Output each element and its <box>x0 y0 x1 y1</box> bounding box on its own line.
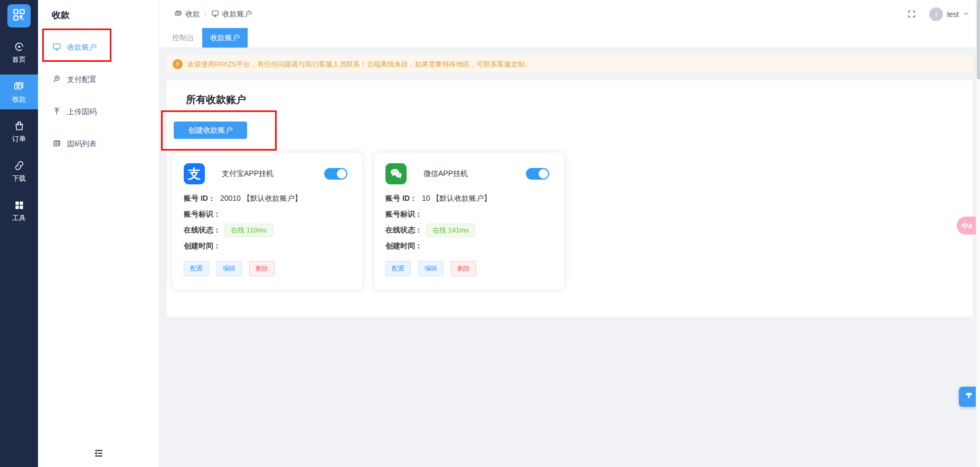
rail-item-label: 首页 <box>0 55 38 64</box>
secondary-sidebar: 收款 收款账户 支付配置 <box>38 0 159 467</box>
rail-item-label: 订单 <box>0 134 38 144</box>
rail-item-label: 收款 <box>0 95 38 104</box>
card-header: 支 支付宝APP挂机 <box>184 163 347 184</box>
config-button[interactable]: 配置 <box>385 261 411 276</box>
breadcrumb-item-receive-accounts[interactable]: 收款账户 <box>211 10 252 19</box>
edit-button[interactable]: 编辑 <box>216 261 242 276</box>
fullscreen-button[interactable] <box>907 10 916 18</box>
breadcrumb-item-receive[interactable]: 收款 <box>174 10 200 19</box>
menu-fold-icon <box>94 450 103 459</box>
primary-rail: 首页 收款 订单 <box>0 0 38 467</box>
rail-item-label: 下载 <box>0 174 38 183</box>
avatar: t <box>929 7 943 21</box>
sidebar-item-upload-code[interactable]: 上传固码 <box>38 101 159 123</box>
sidebar-item-code-list[interactable]: 固码列表 <box>38 134 159 155</box>
config-button[interactable]: 配置 <box>184 261 209 276</box>
sidebar-item-label: 收款账户 <box>67 43 97 52</box>
panel-heading: 所有收款账户 <box>186 93 962 107</box>
tab-label: 控制台 <box>172 33 194 43</box>
field-label: 账号 ID： <box>385 194 417 203</box>
rail-item-download[interactable]: 下载 <box>0 154 38 189</box>
app-logo[interactable] <box>7 4 31 27</box>
grid-tools-icon <box>0 199 38 211</box>
scrollbar-thumb[interactable] <box>977 0 980 79</box>
card-fields: 账号 ID： 20010 【默认收款账户】 账号标识： 在线状态： 在线 110… <box>184 191 347 254</box>
field-label: 在线状态： <box>184 226 221 235</box>
home-icon <box>0 41 38 52</box>
sidebar-item-receive-accounts[interactable]: 收款账户 <box>38 37 159 58</box>
field-online-status: 在线状态： 在线 141ms <box>385 222 549 238</box>
rail-item-home[interactable]: 首页 <box>0 35 38 70</box>
sidebar-item-payment-config[interactable]: 支付配置 <box>38 69 159 90</box>
account-toggle[interactable] <box>526 168 549 180</box>
main-area: 收款 › 收款账户 t test <box>159 0 980 467</box>
page-scrollbar[interactable] <box>976 0 980 467</box>
rail-nav: 首页 收款 订单 <box>0 35 38 228</box>
header-right-tools: t test <box>907 7 974 21</box>
tab-label: 收款账户 <box>210 33 240 43</box>
rail-item-tools[interactable]: 工具 <box>0 193 38 228</box>
accounts-panel: 所有收款账户 创建收款账户 支 支付宝APP挂机 <box>167 80 973 317</box>
tab-bar: 控制台 收款账户 <box>159 28 980 48</box>
tab-receive-accounts[interactable]: 收款账户 <box>202 28 248 48</box>
card-actions: 配置 编辑 删除 <box>385 261 549 276</box>
funnel-icon <box>964 391 974 403</box>
top-header: 收款 › 收款账户 t test <box>159 0 980 28</box>
delete-button[interactable]: 删除 <box>451 261 476 276</box>
field-label: 在线状态： <box>385 226 422 235</box>
field-created-time: 创建时间： <box>184 238 347 254</box>
alipay-icon: 支 <box>184 163 205 184</box>
field-value: 20010 【默认收款账户】 <box>220 194 302 203</box>
create-account-wrap: 创建收款账户 <box>174 122 247 139</box>
qr-list-icon <box>52 139 61 150</box>
breadcrumb-label: 收款 <box>185 10 200 19</box>
banner-text: 欢迎使用PAYZS平台，有任何问题请与我们客服人员联系！云端离线免挂，如果需要特… <box>187 60 532 69</box>
field-label: 账号 ID： <box>184 194 215 203</box>
account-card-alipay: 支 支付宝APP挂机 账号 ID： 20010 【默认收款账户】 账号标识： <box>172 152 363 290</box>
card-crumb-icon <box>174 10 182 19</box>
field-account-id: 账号 ID： 20010 【默认收款账户】 <box>184 191 347 207</box>
monitor-icon <box>52 42 61 53</box>
status-badge: 在线 141ms <box>426 223 475 237</box>
card-title: 微信APP挂机 <box>423 169 468 179</box>
user-menu[interactable]: t test <box>929 7 969 21</box>
delete-button[interactable]: 删除 <box>249 261 275 276</box>
sidebar-collapse-button[interactable] <box>94 449 103 460</box>
rail-item-label: 工具 <box>0 213 38 223</box>
edit-button[interactable]: 编辑 <box>418 261 444 276</box>
field-account-id: 账号 ID： 10 【默认收款账户】 <box>385 191 549 207</box>
rail-item-receive[interactable]: 收款 <box>0 74 38 109</box>
field-created-time: 创建时间： <box>385 238 549 254</box>
field-label: 创建时间： <box>385 241 422 251</box>
card-actions: 配置 编辑 删除 <box>184 261 347 276</box>
toggle-knob <box>337 169 346 179</box>
user-name: test <box>947 10 959 18</box>
sidebar-title: 收款 <box>38 0 159 21</box>
breadcrumb-separator: › <box>204 10 207 18</box>
monitor-crumb-icon <box>211 10 219 19</box>
field-label: 账号标识： <box>385 210 422 219</box>
warning-exclamation-icon: ! <box>173 59 183 69</box>
field-account-mark: 账号标识： <box>385 207 549 222</box>
account-toggle[interactable] <box>324 168 347 180</box>
account-card-wechat: 微信APP挂机 账号 ID： 10 【默认收款账户】 账号标识： <box>374 152 564 290</box>
qr-logo-icon <box>12 8 26 24</box>
account-cards: 支 支付宝APP挂机 账号 ID： 20010 【默认收款账户】 账号标识： <box>172 152 962 290</box>
receive-payment-icon <box>0 80 38 92</box>
field-account-mark: 账号标识： <box>184 207 347 222</box>
card-title: 支付宝APP挂机 <box>222 169 274 179</box>
status-badge: 在线 110ms <box>224 223 273 237</box>
rail-item-orders[interactable]: 订单 <box>0 114 38 149</box>
breadcrumb-label: 收款账户 <box>222 10 252 19</box>
tab-console[interactable]: 控制台 <box>164 28 202 48</box>
create-account-button[interactable]: 创建收款账户 <box>174 122 247 139</box>
wechat-icon <box>385 163 407 184</box>
toggle-knob <box>539 169 548 179</box>
card-header: 微信APP挂机 <box>385 163 549 184</box>
magnifier-icon <box>52 74 61 85</box>
field-value: 10 【默认收款账户】 <box>422 194 491 203</box>
field-online-status: 在线状态： 在线 110ms <box>184 222 347 238</box>
upload-icon <box>52 107 61 117</box>
field-label: 账号标识： <box>184 210 221 219</box>
sidebar-item-label: 支付配置 <box>67 75 97 85</box>
